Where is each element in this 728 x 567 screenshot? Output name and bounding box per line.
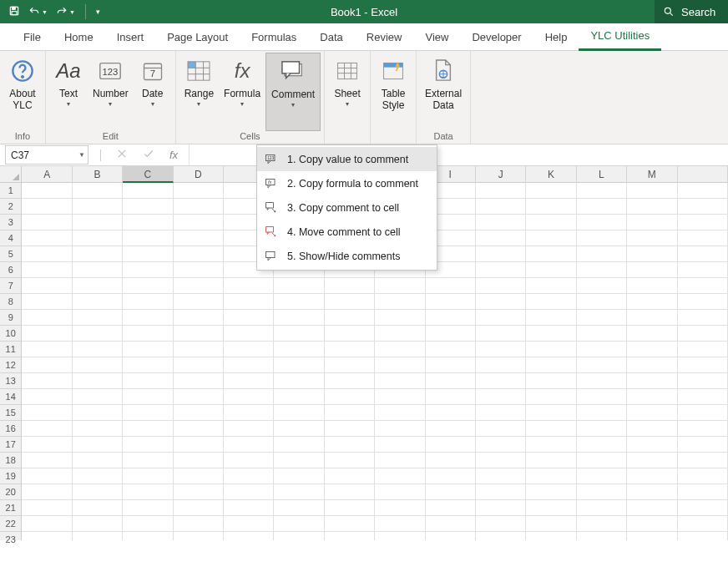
cell[interactable] bbox=[375, 453, 425, 468]
cell[interactable] bbox=[577, 500, 627, 516]
cell[interactable] bbox=[577, 516, 627, 532]
cell[interactable] bbox=[627, 310, 677, 326]
cell[interactable] bbox=[123, 294, 173, 310]
table-style-button[interactable]: Table Style bbox=[374, 53, 412, 131]
cell[interactable] bbox=[224, 357, 274, 373]
cell[interactable] bbox=[73, 500, 123, 516]
row-header[interactable]: 2 bbox=[0, 199, 22, 215]
cell[interactable] bbox=[526, 310, 576, 326]
cell[interactable] bbox=[476, 357, 526, 373]
column-header[interactable]: A bbox=[22, 166, 72, 183]
cell[interactable] bbox=[73, 516, 123, 532]
cell[interactable] bbox=[174, 421, 224, 437]
column-header[interactable]: L bbox=[577, 166, 627, 183]
cell[interactable] bbox=[678, 468, 728, 484]
menu-item[interactable]: 3. Copy comment to cell bbox=[257, 195, 437, 220]
cell[interactable] bbox=[627, 278, 677, 294]
cancel-icon[interactable] bbox=[116, 148, 128, 162]
cell[interactable] bbox=[526, 373, 576, 389]
cell[interactable] bbox=[325, 294, 375, 310]
row-header[interactable]: 1 bbox=[0, 183, 22, 199]
cell[interactable] bbox=[325, 310, 375, 326]
cell[interactable] bbox=[274, 468, 324, 484]
sheet-button[interactable]: Sheet▾ bbox=[328, 53, 367, 131]
cell[interactable] bbox=[577, 262, 627, 278]
cell[interactable] bbox=[325, 532, 375, 540]
cell[interactable] bbox=[174, 373, 224, 389]
cell[interactable] bbox=[325, 437, 375, 453]
cell[interactable] bbox=[123, 215, 173, 230]
cell[interactable] bbox=[22, 183, 72, 199]
cell[interactable] bbox=[577, 326, 627, 342]
cell[interactable] bbox=[526, 421, 576, 437]
cell[interactable] bbox=[274, 484, 324, 500]
cell[interactable] bbox=[678, 532, 728, 540]
cell[interactable] bbox=[274, 437, 324, 453]
cell[interactable] bbox=[274, 326, 324, 342]
cell[interactable] bbox=[426, 532, 476, 540]
cell[interactable] bbox=[577, 278, 627, 294]
cell[interactable] bbox=[426, 326, 476, 342]
row-header[interactable]: 19 bbox=[0, 468, 22, 484]
cell[interactable] bbox=[274, 310, 324, 326]
cell[interactable] bbox=[526, 405, 576, 421]
cell[interactable] bbox=[526, 199, 576, 215]
row-header[interactable]: 15 bbox=[0, 405, 22, 421]
cell[interactable] bbox=[476, 532, 526, 540]
row-header[interactable]: 3 bbox=[0, 215, 22, 230]
cell[interactable] bbox=[22, 278, 72, 294]
cell[interactable] bbox=[375, 437, 425, 453]
cell[interactable] bbox=[627, 500, 677, 516]
cell[interactable] bbox=[375, 468, 425, 484]
cell[interactable] bbox=[73, 310, 123, 326]
cell[interactable] bbox=[426, 389, 476, 405]
cell[interactable] bbox=[426, 373, 476, 389]
cell[interactable] bbox=[627, 532, 677, 540]
cell[interactable] bbox=[224, 294, 274, 310]
cell[interactable] bbox=[375, 278, 425, 294]
row-header[interactable]: 20 bbox=[0, 484, 22, 500]
cell[interactable] bbox=[274, 405, 324, 421]
column-header[interactable]: J bbox=[476, 166, 526, 183]
row-header[interactable]: 11 bbox=[0, 342, 22, 357]
cell[interactable] bbox=[526, 437, 576, 453]
cell[interactable] bbox=[426, 500, 476, 516]
cell[interactable] bbox=[73, 342, 123, 357]
row-header[interactable]: 5 bbox=[0, 246, 22, 262]
cell[interactable] bbox=[627, 342, 677, 357]
cell[interactable] bbox=[627, 405, 677, 421]
about-ylc-button[interactable]: About YLC bbox=[3, 53, 42, 131]
cell[interactable] bbox=[73, 405, 123, 421]
cell[interactable] bbox=[123, 516, 173, 532]
cell[interactable] bbox=[22, 357, 72, 373]
cell[interactable] bbox=[426, 468, 476, 484]
cell[interactable] bbox=[627, 294, 677, 310]
cell[interactable] bbox=[678, 500, 728, 516]
cell[interactable] bbox=[22, 342, 72, 357]
cell[interactable] bbox=[375, 532, 425, 540]
cell[interactable] bbox=[174, 437, 224, 453]
cell[interactable] bbox=[73, 484, 123, 500]
select-all-corner[interactable] bbox=[0, 166, 22, 183]
cell[interactable] bbox=[73, 373, 123, 389]
cell[interactable] bbox=[73, 468, 123, 484]
cell[interactable] bbox=[678, 183, 728, 199]
cell[interactable] bbox=[526, 357, 576, 373]
cell[interactable] bbox=[123, 310, 173, 326]
menu-item[interactable]: fx2. Copy formula to comment bbox=[257, 171, 437, 195]
cell[interactable] bbox=[476, 294, 526, 310]
cell[interactable] bbox=[22, 453, 72, 468]
cell[interactable] bbox=[73, 453, 123, 468]
column-header[interactable] bbox=[678, 166, 728, 183]
cell[interactable] bbox=[627, 326, 677, 342]
number-button[interactable]: 123 Number▾ bbox=[88, 53, 134, 131]
cell[interactable] bbox=[678, 310, 728, 326]
cell[interactable] bbox=[678, 357, 728, 373]
cell[interactable] bbox=[224, 373, 274, 389]
cell[interactable] bbox=[678, 405, 728, 421]
cell[interactable] bbox=[627, 199, 677, 215]
cell[interactable] bbox=[123, 246, 173, 262]
cell[interactable] bbox=[224, 421, 274, 437]
cell[interactable] bbox=[476, 516, 526, 532]
menu-item[interactable]: 1231. Copy value to comment bbox=[257, 147, 437, 171]
